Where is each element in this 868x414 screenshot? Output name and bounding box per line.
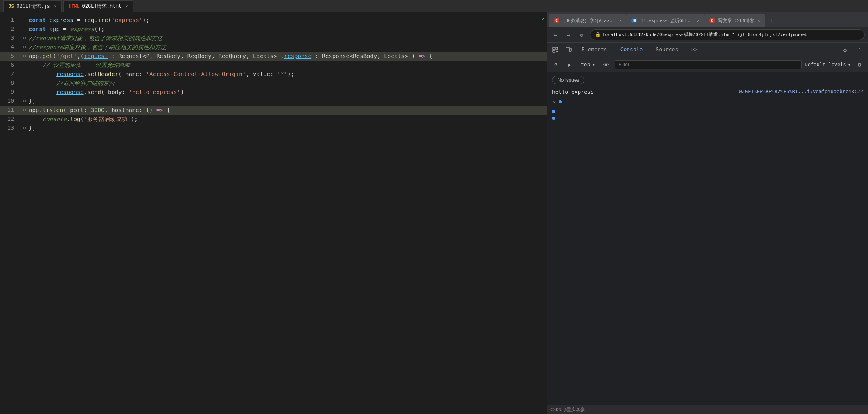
code-content: 1const express = require('express');2con… <box>0 12 547 414</box>
html-file-tab[interactable]: HTML 02GET请求.html × <box>63 0 133 12</box>
console-prompt-row: › <box>547 97 868 107</box>
console-settings-icon[interactable]: ⚙ <box>854 59 865 70</box>
settings-icon[interactable]: ⚙ <box>839 43 852 56</box>
clear-console-button[interactable]: ⊘ <box>550 59 561 70</box>
execute-script-button[interactable]: ▶ <box>564 59 575 70</box>
line-code-4: //response响应对象，包含了响应相关的属性和方法 <box>29 43 547 52</box>
express-icon: 🔲 <box>631 18 637 23</box>
devtools-tab-sources[interactable]: Sources <box>649 43 685 56</box>
svg-rect-5 <box>570 48 571 51</box>
line-number-11: 11 <box>0 106 20 115</box>
console-toolbar: ⊘ ▶ top ▾ 👁 Default levels ▾ ⚙ <box>547 57 868 72</box>
line-code-3: //request请求对象，包含了请求相关的属性和方法 <box>29 34 547 43</box>
devtools-actions: ⚙ ⋮ <box>839 43 866 56</box>
checkmark-icon: ✓ <box>542 16 545 22</box>
console-log-row: hello express 02GET%E8%AF%B7%E6%B1...f7v… <box>547 87 868 97</box>
js-tab-close[interactable]: × <box>54 4 56 9</box>
html-tab-close[interactable]: × <box>126 4 128 9</box>
code-line-11: 11⊟app.listen( port: 3000, hostname: () … <box>0 106 547 115</box>
line-code-8: //返回给客户端的东西 <box>29 79 547 88</box>
more-options-icon[interactable]: ⋮ <box>853 43 866 56</box>
browser-panel: C (80条消息) 学习Ajax的第一... × 🔲 11.express-监听… <box>547 12 868 414</box>
code-line-8: 8 //返回给客户端的东西 <box>0 79 547 88</box>
eye-icon[interactable]: 👁 <box>601 59 611 70</box>
line-code-13: }) <box>29 124 547 133</box>
no-issues-badge[interactable]: No Issues <box>552 76 584 84</box>
line-gutter-3[interactable]: ⊟ <box>20 34 29 43</box>
code-line-9: 9 response.send( body: 'hello express') <box>0 88 547 97</box>
browser-tab-express[interactable]: 🔲 11.express-监听GET和POST... × <box>627 14 704 27</box>
svg-rect-2 <box>553 50 555 52</box>
line-gutter-4[interactable]: ⊟ <box>20 43 29 52</box>
devtools-tab-console[interactable]: Console <box>614 43 649 56</box>
browser-tab-close-1[interactable]: × <box>619 18 622 23</box>
browser-tab-close-2[interactable]: × <box>697 18 699 23</box>
console-extra <box>547 107 868 123</box>
browser-tab-bar: C (80条消息) 学习Ajax的第一... × 🔲 11.express-监听… <box>547 12 868 27</box>
svg-rect-0 <box>553 47 555 50</box>
browser-tab-close-3[interactable]: × <box>758 18 760 23</box>
address-text: localhost:63342/Node/05express模块/02GET请求… <box>602 32 807 38</box>
devtools-panel: Elements Console Sources >> ⚙ ⋮ ⊘ <box>547 43 868 414</box>
console-log-source[interactable]: 02GET%E8%AF%B7%E6%B1...f7vemfpmuoebrc4k:… <box>739 89 863 94</box>
html-icon: HTML <box>69 4 80 9</box>
browser-tab-title-2: 11.express-监听GET和POST... <box>640 18 694 24</box>
line-gutter-10[interactable]: ⊟ <box>20 97 29 106</box>
line-gutter-13[interactable]: ⊟ <box>20 124 29 133</box>
line-gutter-5[interactable]: ⊟ <box>20 52 29 61</box>
line-number-7: 7 <box>0 70 20 79</box>
forward-button[interactable]: → <box>564 30 573 40</box>
devtools-tab-more[interactable]: >> <box>685 43 704 56</box>
log-levels-selector[interactable]: Default levels ▾ <box>805 62 851 68</box>
log-levels-label: Default levels <box>805 62 846 68</box>
line-code-9: response.send( body: 'hello express') <box>29 88 547 97</box>
inspect-icon[interactable] <box>549 43 562 56</box>
browser-tab-csdn-ajax[interactable]: C (80条消息) 学习Ajax的第一... × <box>549 14 627 27</box>
issues-bar: No Issues <box>547 74 868 87</box>
line-number-5: 5 <box>0 52 20 61</box>
browser-tab-more[interactable]: T <box>765 14 777 27</box>
line-number-1: 1 <box>0 16 20 25</box>
csdn-icon-2: C <box>709 18 715 23</box>
code-line-12: 12 console.log('服务器启动成功'); <box>0 115 547 124</box>
browser-tab-title-3: 写文章-CSDN博客 <box>718 18 754 24</box>
line-number-3: 3 <box>0 34 20 43</box>
console-content: No Issues hello express 02GET%E8%AF%B7%E… <box>547 72 868 405</box>
code-line-7: 7 response.setHeader( name: 'Access-Cont… <box>0 70 547 79</box>
devtools-tab-bar: Elements Console Sources >> ⚙ ⋮ <box>547 43 868 57</box>
code-line-2: 2const app = express(); <box>0 25 547 34</box>
context-selector[interactable]: top ▾ <box>578 59 597 70</box>
line-gutter-11[interactable]: ⊟ <box>20 106 29 115</box>
browser-tab-csdn-write[interactable]: C 写文章-CSDN博客 × <box>704 14 765 27</box>
code-line-10: 10⊟}) <box>0 97 547 106</box>
line-code-2: const app = express(); <box>29 25 547 34</box>
device-icon[interactable] <box>562 43 575 56</box>
line-code-11: app.listen( port: 3000, hostname: () => … <box>29 106 547 115</box>
editor-tab-bar: JS 02GET请求.js × HTML 02GET请求.html × <box>0 0 868 12</box>
line-code-10: }) <box>29 97 547 106</box>
address-bar[interactable]: 🔒 localhost:63342/Node/05express模块/02GET… <box>590 29 865 40</box>
line-number-2: 2 <box>0 25 20 34</box>
js-icon: JS <box>9 4 14 9</box>
devtools-status-text: CSDN @重庆李豪 <box>550 407 585 413</box>
log-levels-chevron: ▾ <box>848 62 851 68</box>
html-tab-label: 02GET请求.html <box>82 3 122 10</box>
code-line-1: 1const express = require('express'); <box>0 16 547 25</box>
more-tab-label-dt: >> <box>691 46 698 52</box>
reload-button[interactable]: ↻ <box>577 30 586 40</box>
more-tab-label: T <box>770 18 773 23</box>
console-prompt-arrow: › <box>552 99 555 105</box>
cursor-dot-1 <box>552 110 555 113</box>
lock-icon: 🔒 <box>595 32 601 37</box>
browser-tab-title-1: (80条消息) 学习Ajax的第一... <box>563 18 616 24</box>
devtools-tab-elements[interactable]: Elements <box>575 43 614 56</box>
cursor-dot-2 <box>552 117 555 120</box>
code-editor[interactable]: 1const express = require('express');2con… <box>0 12 547 414</box>
console-filter-input[interactable] <box>615 60 801 69</box>
main-area: 1const express = require('express');2con… <box>0 12 868 414</box>
console-log-text: hello express <box>552 89 594 95</box>
back-button[interactable]: ← <box>550 30 560 40</box>
sources-tab-label: Sources <box>656 46 678 52</box>
js-file-tab[interactable]: JS 02GET请求.js × <box>3 0 62 12</box>
code-line-3: 3⊟//request请求对象，包含了请求相关的属性和方法 <box>0 34 547 43</box>
